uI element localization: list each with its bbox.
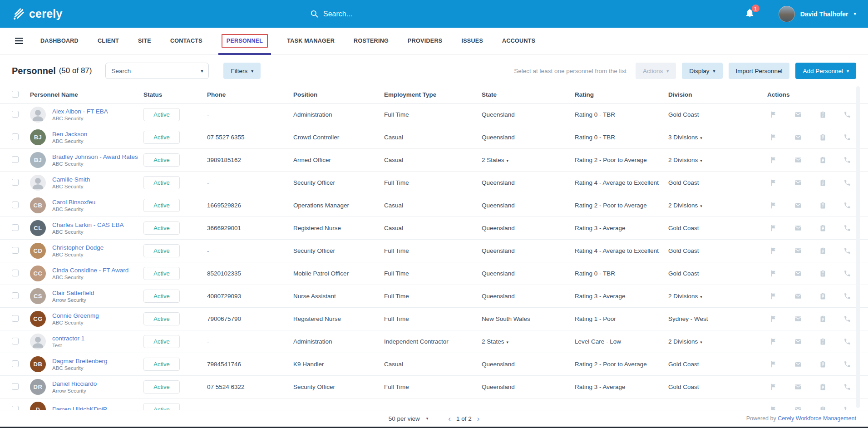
clipboard-icon[interactable] xyxy=(819,156,827,164)
envelope-icon[interactable] xyxy=(794,111,802,118)
row-checkbox[interactable] xyxy=(12,338,19,344)
row-checkbox[interactable] xyxy=(12,202,19,208)
row-checkbox[interactable] xyxy=(12,383,19,390)
personnel-name-link[interactable]: Camille Smith xyxy=(52,176,90,183)
add-personnel-button[interactable]: Add Personnel ▾ xyxy=(795,63,856,79)
phone-icon[interactable] xyxy=(843,156,851,164)
envelope-icon[interactable] xyxy=(794,133,802,141)
phone-icon[interactable] xyxy=(843,360,851,368)
personnel-name-link[interactable]: Cinda Considine - FT Award xyxy=(52,267,128,274)
clipboard-icon[interactable] xyxy=(819,202,827,209)
flag-icon[interactable] xyxy=(769,156,777,164)
row-checkbox[interactable] xyxy=(12,315,19,322)
phone-icon[interactable] xyxy=(843,292,851,300)
table-scrollbar[interactable] xyxy=(856,86,860,408)
row-checkbox[interactable] xyxy=(12,224,19,231)
envelope-icon[interactable] xyxy=(794,247,802,255)
personnel-name-link[interactable]: Alex Albon - FT EBA xyxy=(52,108,108,115)
flag-icon[interactable] xyxy=(769,292,777,300)
personnel-name-link[interactable]: Charles Larkin - CAS EBA xyxy=(52,221,124,228)
phone-icon[interactable] xyxy=(843,133,851,141)
flag-icon[interactable] xyxy=(769,133,777,141)
envelope-icon[interactable] xyxy=(794,315,802,323)
personnel-name-link[interactable]: Connie Greenmg xyxy=(52,312,99,319)
phone-icon[interactable] xyxy=(843,270,851,277)
personnel-name-link[interactable]: Clair Satterfield xyxy=(52,290,94,296)
previous-page-button[interactable]: ‹ xyxy=(448,415,451,423)
cerely-logo[interactable]: cerely xyxy=(12,7,63,21)
envelope-icon[interactable] xyxy=(794,202,802,209)
flag-icon[interactable] xyxy=(769,360,777,368)
division-cell[interactable]: 2 Divisions▾ xyxy=(668,202,767,209)
nav-tab-issues[interactable]: ISSUES xyxy=(452,28,493,54)
nav-tab-contacts[interactable]: CONTACTS xyxy=(161,28,212,54)
row-checkbox[interactable] xyxy=(12,179,19,186)
phone-icon[interactable] xyxy=(843,383,851,391)
clipboard-icon[interactable] xyxy=(819,224,827,232)
clipboard-icon[interactable] xyxy=(819,179,827,187)
select-all-checkbox[interactable] xyxy=(12,91,19,98)
division-cell[interactable]: 2 Divisions▾ xyxy=(668,338,767,345)
phone-icon[interactable] xyxy=(843,247,851,255)
powered-by-link[interactable]: Cerely Workforce Management xyxy=(778,415,856,422)
flag-icon[interactable] xyxy=(769,111,777,118)
actions-button[interactable]: Actions ▾ xyxy=(636,63,676,79)
nav-tab-personnel[interactable]: PERSONNEL xyxy=(212,28,278,54)
clipboard-icon[interactable] xyxy=(819,111,827,118)
display-button[interactable]: Display ▾ xyxy=(682,63,722,79)
envelope-icon[interactable] xyxy=(794,179,802,187)
envelope-icon[interactable] xyxy=(794,360,802,368)
clipboard-icon[interactable] xyxy=(819,133,827,141)
phone-icon[interactable] xyxy=(843,111,851,118)
clipboard-icon[interactable] xyxy=(819,292,827,300)
flag-icon[interactable] xyxy=(769,383,777,391)
envelope-icon[interactable] xyxy=(794,292,802,300)
row-checkbox[interactable] xyxy=(12,156,19,163)
row-checkbox[interactable] xyxy=(12,270,19,276)
phone-icon[interactable] xyxy=(843,179,851,187)
row-checkbox[interactable] xyxy=(12,133,19,140)
personnel-name-link[interactable]: Dagmar Breitenberg xyxy=(52,358,108,364)
import-personnel-button[interactable]: Import Personnel xyxy=(729,63,790,79)
envelope-icon[interactable] xyxy=(794,224,802,232)
division-cell[interactable]: 2 Divisions▾ xyxy=(668,293,767,300)
clipboard-icon[interactable] xyxy=(819,383,827,391)
global-search-input[interactable] xyxy=(323,10,478,18)
clipboard-icon[interactable] xyxy=(819,360,827,368)
envelope-icon[interactable] xyxy=(794,338,802,345)
flag-icon[interactable] xyxy=(769,338,777,345)
envelope-icon[interactable] xyxy=(794,156,802,164)
nav-tab-providers[interactable]: PROVIDERS xyxy=(398,28,452,54)
nav-tab-site[interactable]: SITE xyxy=(128,28,161,54)
state-cell[interactable]: 2 States▾ xyxy=(482,157,575,163)
clipboard-icon[interactable] xyxy=(819,247,827,255)
nav-tab-client[interactable]: CLIENT xyxy=(88,28,128,54)
phone-icon[interactable] xyxy=(843,338,851,345)
row-checkbox[interactable] xyxy=(12,292,19,299)
per-view-dropdown[interactable]: 50 per view ▾ xyxy=(389,415,429,422)
personnel-name-link[interactable]: Ben Jackson xyxy=(52,131,87,138)
phone-icon[interactable] xyxy=(843,315,851,323)
next-page-button[interactable]: › xyxy=(477,415,480,423)
personnel-name-link[interactable]: Bradley Johnson - Award Rates xyxy=(52,153,138,160)
notifications-button[interactable]: 1 xyxy=(745,8,755,20)
clipboard-icon[interactable] xyxy=(819,338,827,345)
user-menu[interactable]: David Thalhofer ▾ xyxy=(779,6,856,22)
personnel-name-link[interactable]: Carol Binsoxfeu xyxy=(52,199,95,206)
flag-icon[interactable] xyxy=(769,270,777,277)
row-checkbox[interactable] xyxy=(12,360,19,367)
envelope-icon[interactable] xyxy=(794,270,802,277)
personnel-name-link[interactable]: contractor 1 xyxy=(52,335,84,342)
row-checkbox[interactable] xyxy=(12,247,19,254)
flag-icon[interactable] xyxy=(769,224,777,232)
envelope-icon[interactable] xyxy=(794,383,802,391)
flag-icon[interactable] xyxy=(769,315,777,323)
clipboard-icon[interactable] xyxy=(819,315,827,323)
clipboard-icon[interactable] xyxy=(819,270,827,277)
nav-tab-task-manager[interactable]: TASK MANAGER xyxy=(277,28,344,54)
phone-icon[interactable] xyxy=(843,224,851,232)
nav-tab-accounts[interactable]: ACCOUNTS xyxy=(493,28,545,54)
nav-tab-dashboard[interactable]: DASHBOARD xyxy=(31,28,88,54)
row-checkbox[interactable] xyxy=(12,111,19,118)
global-search[interactable] xyxy=(310,0,501,28)
